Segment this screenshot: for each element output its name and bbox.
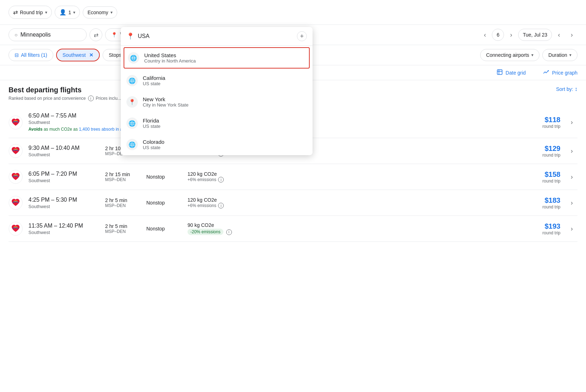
connecting-airports-chevron-icon: ▾ <box>531 53 533 58</box>
flight-row[interactable]: 4:25 PM – 5:30 PM Southwest 2 hr 5 min M… <box>9 190 577 216</box>
dropdown-plus-button[interactable]: + <box>297 31 307 41</box>
times-value-1: 9:30 AM – 10:40 AM <box>28 145 99 151</box>
dropdown-item-4[interactable]: 🌐 Colorado US state <box>121 134 313 155</box>
price-label-3: round trip <box>518 205 560 209</box>
dropdown-item-0[interactable]: 🌐 United States Country in North America <box>124 47 310 69</box>
passengers-chevron-icon: ▾ <box>73 10 75 15</box>
flight-row[interactable]: 11:35 AM – 12:40 PM Southwest 2 hr 5 min… <box>9 216 577 242</box>
emission-info-icon-3[interactable]: i <box>218 203 224 208</box>
dropdown-item-desc-1: US state <box>143 81 165 86</box>
price-value-1: $129 <box>518 145 560 153</box>
flight-times-4: 11:35 AM – 12:40 PM Southwest <box>28 223 99 235</box>
roundtrip-label: Round trip <box>20 10 43 15</box>
date-range-next-button[interactable]: › <box>505 29 517 40</box>
flight-times-3: 4:25 PM – 5:30 PM Southwest <box>28 197 99 209</box>
sort-icon: ↕ <box>575 86 577 92</box>
class-chevron-icon: ▾ <box>110 10 113 15</box>
origin-input[interactable] <box>20 32 70 38</box>
class-button[interactable]: Economy ▾ <box>83 6 117 18</box>
flight-emissions-3: 120 kg CO2e +6% emissions i <box>188 197 244 208</box>
airline-name-3: Southwest <box>28 204 99 209</box>
date-range-prev-button[interactable]: ‹ <box>479 29 490 40</box>
all-filters-button[interactable]: ⊟ All filters (1) <box>9 49 53 61</box>
emission-badge-4: -20% emissions <box>188 229 223 235</box>
svg-point-3 <box>548 70 549 71</box>
emission-kg-2: 120 kg CO2e <box>188 171 244 177</box>
destination-pin-icon: 📍 <box>111 32 117 38</box>
flight-row[interactable]: 6:05 PM – 7:20 PM Southwest 2 hr 15 min … <box>9 164 577 190</box>
dropdown-item-desc-2: City in New York State <box>143 102 189 108</box>
passengers-button[interactable]: 👤 1 ▾ <box>55 6 80 19</box>
swap-button[interactable]: ⇄ <box>89 28 102 41</box>
dropdown-item-2[interactable]: 📍 New York City in New York State <box>121 91 313 113</box>
emission-info-icon-4[interactable]: i <box>226 229 232 235</box>
expand-button-1[interactable]: › <box>566 145 577 157</box>
dropdown-item-desc-0: Country in North America <box>144 58 196 64</box>
dropdown-item-text-1: California US state <box>143 75 165 86</box>
flight-price-3: $183 round trip <box>518 196 560 209</box>
route-value-4: MSP–DEN <box>105 229 141 234</box>
date-range-value: 6 <box>497 32 499 38</box>
page-wrapper: ⇄ Round trip ▾ 👤 1 ▾ Economy ▾ ○ ⇄ 📍 <box>0 0 586 392</box>
subtitle-text: Ranked based on price and convenience <box>9 96 86 101</box>
date-button[interactable]: Tue, Jul 23 <box>518 29 552 41</box>
date-range-button[interactable]: 6 <box>492 29 504 41</box>
date-next-button[interactable]: › <box>566 29 577 40</box>
price-value-4: $193 <box>518 222 560 230</box>
price-label-1: round trip <box>518 153 560 158</box>
date-prev-button[interactable]: ‹ <box>553 29 565 40</box>
emission-kg-4: 90 kg CO2e <box>188 222 244 228</box>
dropdown-item-1[interactable]: 🌐 California US state <box>121 70 313 91</box>
sort-by-label: Sort by: <box>556 86 573 92</box>
flight-price-2: $158 round trip <box>518 170 560 184</box>
dropdown-item-icon-4: 🌐 <box>126 139 138 150</box>
airline-logo-0 <box>9 115 23 130</box>
dropdown-item-text-0: United States Country in North America <box>144 52 196 64</box>
expand-button-4[interactable]: › <box>566 223 577 234</box>
southwest-filter-button[interactable]: Southwest ✕ <box>56 49 100 61</box>
emission-kg-3: 120 kg CO2e <box>188 197 244 203</box>
dropdown-item-icon-2: 📍 <box>126 96 138 108</box>
airline-logo-4 <box>9 222 23 236</box>
sort-by-button[interactable]: Sort by: ↕ <box>556 86 577 92</box>
emission-info-icon-2[interactable]: i <box>218 177 224 183</box>
flight-duration-3: 2 hr 5 min MSP–DEN <box>105 197 141 208</box>
flight-duration-2: 2 hr 15 min MSP–DEN <box>105 172 141 182</box>
dropdown-item-3[interactable]: 🌐 Florida US state <box>121 113 313 134</box>
search-dropdown: 📍 + 🌐 United States Country in North Ame… <box>121 27 313 155</box>
roundtrip-icon: ⇄ <box>13 9 18 16</box>
stops-value-4: Nonstop <box>146 226 182 232</box>
roundtrip-chevron-icon: ▾ <box>45 10 47 15</box>
date-grid-label: Date grid <box>506 70 526 76</box>
class-label: Economy <box>87 10 108 15</box>
duration-value-4: 2 hr 5 min <box>105 223 141 229</box>
price-label-0: round trip <box>518 124 560 129</box>
duration-filter-button[interactable]: Duration ▾ <box>542 49 577 61</box>
airline-name-4: Southwest <box>28 230 99 235</box>
duration-label: Duration <box>548 52 567 58</box>
date-grid-link[interactable]: Date grid <box>497 69 526 76</box>
origin-circle-icon: ○ <box>15 32 17 38</box>
price-label-4: round trip <box>518 230 560 235</box>
dropdown-item-desc-3: US state <box>143 124 161 129</box>
expand-button-0[interactable]: › <box>566 117 577 128</box>
info-icon[interactable]: i <box>88 96 94 101</box>
sort-row: Sort by: ↕ <box>556 86 577 92</box>
roundtrip-button[interactable]: ⇄ Round trip ▾ <box>9 6 52 19</box>
connecting-airports-button[interactable]: Connecting airports ▾ <box>480 49 539 61</box>
price-value-0: $118 <box>518 116 560 124</box>
dropdown-pin-icon: 📍 <box>126 32 134 40</box>
passengers-icon: 👤 <box>59 9 66 16</box>
dropdown-item-text-3: Florida US state <box>143 118 161 129</box>
stops-value-3: Nonstop <box>146 200 182 206</box>
expand-button-2[interactable]: › <box>566 171 577 183</box>
duration-chevron-icon: ▾ <box>569 53 571 58</box>
price-value-2: $158 <box>518 170 560 179</box>
expand-button-3[interactable]: › <box>566 197 577 208</box>
dropdown-search-input[interactable] <box>138 33 293 39</box>
southwest-close-icon[interactable]: ✕ <box>89 52 93 58</box>
date-value: Tue, Jul 23 <box>523 32 547 38</box>
price-graph-link[interactable]: Price graph <box>543 69 577 76</box>
price-label-2: round trip <box>518 179 560 184</box>
emission-info-2: +6% emissions i <box>188 177 244 183</box>
